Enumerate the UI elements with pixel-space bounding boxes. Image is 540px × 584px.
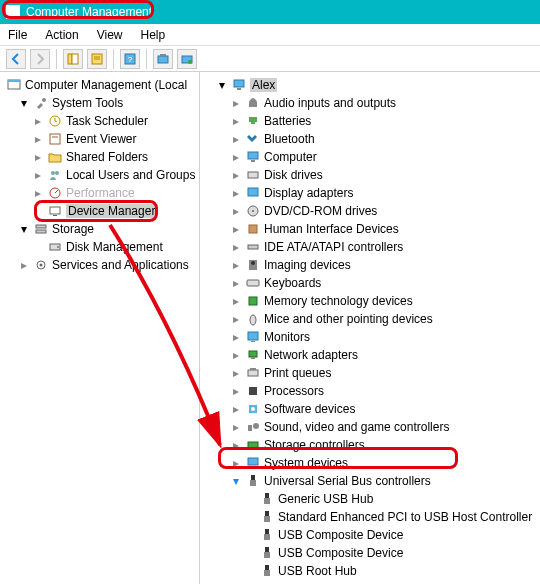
scan-button[interactable] <box>153 49 173 69</box>
svg-rect-57 <box>248 442 258 448</box>
chevron-right-icon[interactable]: ▸ <box>230 115 242 127</box>
chevron-right-icon[interactable]: ▸ <box>230 331 242 343</box>
show-hide-button[interactable] <box>63 49 83 69</box>
svg-point-38 <box>252 210 254 212</box>
tree-event-viewer[interactable]: ▸ Event Viewer <box>4 130 199 148</box>
tree-task-scheduler[interactable]: ▸ Task Scheduler <box>4 112 199 130</box>
device-item[interactable]: Standard Enhanced PCI to USB Host Contro… <box>202 508 540 526</box>
device-cat[interactable]: ▸Batteries <box>202 112 540 130</box>
help-button[interactable]: ? <box>120 49 140 69</box>
chevron-right-icon[interactable]: ▸ <box>230 367 242 379</box>
tree-device-manager[interactable]: Device Manager <box>4 202 199 220</box>
chevron-right-icon[interactable]: ▸ <box>230 403 242 415</box>
chevron-down-icon[interactable]: ▾ <box>216 79 228 91</box>
device-item[interactable]: USB Composite Device <box>202 544 540 562</box>
device-cat[interactable]: ▸Software devices <box>202 400 540 418</box>
chevron-right-icon[interactable]: ▸ <box>32 133 44 145</box>
device-item[interactable]: USB Root Hub <box>202 562 540 580</box>
menu-action[interactable]: Action <box>45 28 78 42</box>
device-cat[interactable]: ▸Human Interface Devices <box>202 220 540 238</box>
tree-disk-mgmt[interactable]: Disk Management <box>4 238 199 256</box>
chevron-right-icon[interactable]: ▸ <box>32 151 44 163</box>
tree-storage[interactable]: ▾ Storage <box>4 220 199 238</box>
chevron-right-icon[interactable]: ▸ <box>230 97 242 109</box>
device-root[interactable]: ▾ Alex <box>202 76 540 94</box>
svg-rect-1 <box>72 54 78 64</box>
chevron-right-icon[interactable]: ▸ <box>230 151 242 163</box>
svg-rect-22 <box>36 225 46 228</box>
device-cat[interactable]: ▸Print queues <box>202 364 540 382</box>
device-cat[interactable]: ▸IDE ATA/ATAPI controllers <box>202 238 540 256</box>
device-cat[interactable]: ▸DVD/CD-ROM drives <box>202 202 540 220</box>
device-cat[interactable]: ▸Monitors <box>202 328 540 346</box>
menu-file[interactable]: File <box>8 28 27 42</box>
chevron-right-icon[interactable]: ▸ <box>18 259 30 271</box>
spacer <box>244 511 256 523</box>
action-button[interactable] <box>177 49 197 69</box>
spacer <box>32 241 44 253</box>
device-cat[interactable]: ▸Display adapters <box>202 184 540 202</box>
chevron-right-icon[interactable]: ▸ <box>230 439 242 451</box>
chevron-down-icon[interactable]: ▾ <box>230 475 242 487</box>
device-cat[interactable]: ▸Processors <box>202 382 540 400</box>
device-cat-usb[interactable]: ▾ Universal Serial Bus controllers <box>202 472 540 490</box>
device-cat[interactable]: ▸Audio inputs and outputs <box>202 94 540 112</box>
chevron-right-icon[interactable]: ▸ <box>230 421 242 433</box>
device-cat-label: Sound, video and game controllers <box>264 420 449 434</box>
chevron-right-icon[interactable]: ▸ <box>230 241 242 253</box>
tree-local-users[interactable]: ▸ Local Users and Groups <box>4 166 199 184</box>
device-cat[interactable]: ▸Network adapters <box>202 346 540 364</box>
menu-view[interactable]: View <box>97 28 123 42</box>
svg-rect-58 <box>248 458 258 465</box>
category-icon <box>245 185 261 201</box>
window-title: Computer Management <box>26 5 152 19</box>
device-cat[interactable]: ▸System devices <box>202 454 540 472</box>
svg-rect-49 <box>251 357 255 359</box>
chevron-down-icon[interactable]: ▾ <box>18 223 30 235</box>
device-item[interactable]: Generic USB Hub <box>202 490 540 508</box>
chevron-right-icon[interactable]: ▸ <box>230 223 242 235</box>
menu-bar: File Action View Help <box>0 24 540 46</box>
chevron-right-icon[interactable]: ▸ <box>230 349 242 361</box>
device-item[interactable]: USB Composite Device <box>202 526 540 544</box>
chevron-right-icon[interactable]: ▸ <box>32 187 44 199</box>
menu-help[interactable]: Help <box>141 28 166 42</box>
chevron-right-icon[interactable]: ▸ <box>230 313 242 325</box>
device-cat[interactable]: ▸Sound, video and game controllers <box>202 418 540 436</box>
back-button[interactable] <box>6 49 26 69</box>
chevron-right-icon[interactable]: ▸ <box>230 457 242 469</box>
chevron-right-icon[interactable]: ▸ <box>230 259 242 271</box>
tree-performance[interactable]: ▸ Performance <box>4 184 199 202</box>
chevron-right-icon[interactable]: ▸ <box>230 277 242 289</box>
spacer <box>244 565 256 577</box>
chevron-right-icon[interactable]: ▸ <box>230 133 242 145</box>
chevron-right-icon[interactable]: ▸ <box>230 205 242 217</box>
category-icon <box>245 131 261 147</box>
device-cat[interactable]: ▸Storage controllers <box>202 436 540 454</box>
chevron-right-icon[interactable]: ▸ <box>32 115 44 127</box>
svg-rect-50 <box>248 370 258 376</box>
svg-point-54 <box>251 407 255 411</box>
device-cat[interactable]: ▸Bluetooth <box>202 130 540 148</box>
chevron-right-icon[interactable]: ▸ <box>230 295 242 307</box>
chevron-right-icon[interactable]: ▸ <box>230 187 242 199</box>
properties-button[interactable] <box>87 49 107 69</box>
device-cat[interactable]: ▸Mice and other pointing devices <box>202 310 540 328</box>
chevron-right-icon[interactable]: ▸ <box>32 169 44 181</box>
tree-shared-folders[interactable]: ▸ Shared Folders <box>4 148 199 166</box>
device-cat[interactable]: ▸Keyboards <box>202 274 540 292</box>
chevron-right-icon[interactable]: ▸ <box>230 385 242 397</box>
chevron-down-icon[interactable]: ▾ <box>18 97 30 109</box>
tree-root[interactable]: Computer Management (Local <box>4 76 199 94</box>
device-cat-label: Bluetooth <box>264 132 315 146</box>
chevron-right-icon[interactable]: ▸ <box>230 169 242 181</box>
tools-icon <box>33 95 49 111</box>
tree-system-tools[interactable]: ▾ System Tools <box>4 94 199 112</box>
forward-button[interactable] <box>30 49 50 69</box>
category-icon <box>245 257 261 273</box>
tree-services[interactable]: ▸ Services and Applications <box>4 256 199 274</box>
device-cat[interactable]: ▸Imaging devices <box>202 256 540 274</box>
device-cat[interactable]: ▸Computer <box>202 148 540 166</box>
device-cat[interactable]: ▸Disk drives <box>202 166 540 184</box>
device-cat[interactable]: ▸Memory technology devices <box>202 292 540 310</box>
